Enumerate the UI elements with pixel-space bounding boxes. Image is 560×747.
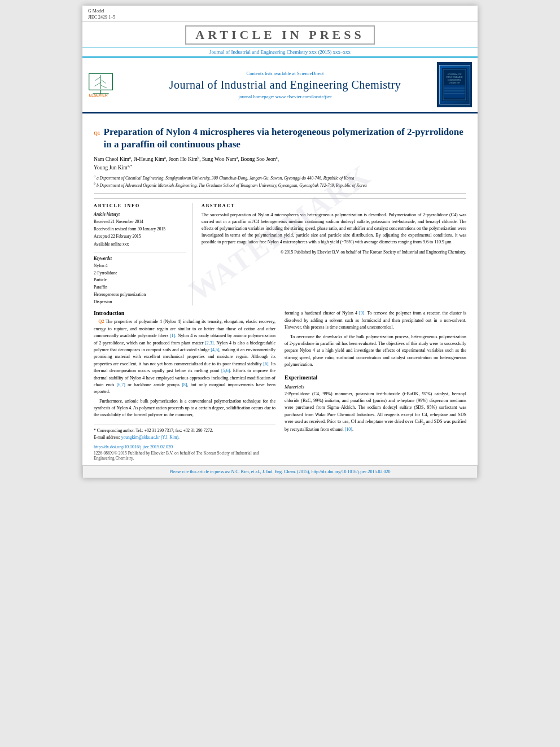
email-label: E-mail address: [94, 435, 120, 440]
footnote-area: * Corresponding author. Tel.: +82 31 290… [94, 425, 275, 441]
ref-45[interactable]: [4,5] [211, 347, 219, 352]
svg-text:ENGINEERING: ENGINEERING [448, 79, 462, 81]
abstract-copyright: © 2015 Published by Elsevier B.V. on beh… [202, 249, 466, 255]
abstract-title: ABSTRACT [202, 203, 466, 208]
ref-8[interactable]: [8] [182, 382, 187, 387]
journal-title-block: Contents lists available at ScienceDirec… [139, 71, 431, 99]
article-info-col: ARTICLE INFO Article history: Received 2… [94, 203, 193, 306]
cite-url[interactable]: http://dx.doi.org/10.1016/j.jiec.2015.02… [311, 469, 390, 474]
svg-text:INDUSTRIAL AND: INDUSTRIAL AND [447, 76, 463, 78]
page: WATERMARK G Model JIEC 2429 1–5 ARTICLE … [82, 6, 478, 478]
received-date: Received 21 November 2014 [94, 219, 186, 225]
intro-title: Introduction [94, 310, 275, 316]
keywords-section: Keywords: Nylon 4 2-Pyrrolidone Particle… [94, 252, 186, 306]
elsevier-logo: ELSEVIER [88, 71, 133, 98]
materials-title: Materials [285, 384, 466, 390]
journal-header: ELSEVIER Contents lists available at Sci… [82, 58, 478, 113]
main-content: Q1 Preparation of Nylon 4 microspheres v… [82, 113, 478, 465]
elsevier-logo-svg: ELSEVIER [88, 71, 130, 97]
keyword-1: Nylon 4 [94, 263, 186, 270]
article-history-label: Article history: [94, 212, 186, 217]
article-in-press-text: ARTICLE IN PRESS [185, 25, 374, 45]
ref-1[interactable]: [1] [170, 333, 175, 338]
svg-line-6 [95, 82, 101, 86]
svg-text:ELSEVIER: ELSEVIER [89, 93, 108, 97]
right-para-2: To overcome the drawbacks of the bulk po… [285, 334, 466, 369]
q1-badge: Q1 [94, 130, 100, 136]
footer-copyright: 1226-086X/© 2015 Published by Elsevier B… [94, 451, 275, 461]
svg-text:CHEMISTRY: CHEMISTRY [449, 82, 461, 84]
body-left-col: Introduction Q2 The properties of polyam… [94, 310, 275, 460]
g-model-label: G Model [88, 8, 115, 14]
intro-paragraph-1: Q2 The properties of polyamide 4 (Nylon … [94, 318, 275, 395]
experimental-title: Experimental [285, 374, 466, 381]
q2-badge: Q2 [98, 319, 104, 324]
article-info-title: ARTICLE INFO [94, 203, 186, 208]
journal-homepage: journal homepage: www.elsevier.com/locat… [139, 94, 431, 99]
article-title-section: Q1 Preparation of Nylon 4 microspheres v… [94, 118, 466, 194]
article-in-press-bar: ARTICLE IN PRESS [82, 22, 478, 47]
homepage-label: journal homepage: [238, 94, 274, 99]
abstract-col: ABSTRACT The successful preparation of N… [202, 203, 466, 306]
keywords-list: Nylon 4 2-Pyrrolidone Particle Paraffin … [94, 263, 186, 306]
ref-6a[interactable]: [6] [263, 361, 268, 366]
cite-bar: Please cite this article in press as: N.… [82, 465, 478, 478]
keyword-5: Heterogeneous polymerization [94, 291, 186, 299]
svg-line-5 [101, 80, 106, 84]
affiliation-b: b b Department of Advanced Organic Mater… [94, 181, 466, 189]
svg-line-7 [101, 85, 107, 88]
materials-text: 2-Pyrrolidone (C4, 99%) monomer, potassi… [285, 391, 466, 434]
cover-svg: JOURNAL OF INDUSTRIAL AND ENGINEERING CH… [442, 68, 467, 101]
email-address[interactable]: youngkim@skku.ac.kr (Y.J. Kim). [121, 435, 180, 440]
svg-rect-15 [444, 85, 465, 98]
keyword-6: Dispersion [94, 299, 186, 306]
ref-10[interactable]: [10] [345, 427, 352, 432]
corresponding-author: * Corresponding author. Tel.: +82 31 290… [94, 427, 275, 434]
sciencedirect-link[interactable]: ScienceDirect [297, 71, 324, 76]
contents-label: Contents lists available at [247, 71, 296, 76]
top-bar-info: G Model JIEC 2429 1–5 [88, 8, 115, 20]
svg-line-4 [95, 77, 101, 81]
body-right-col: forming a hardened cluster of Nylon 4 [9… [285, 310, 466, 460]
journal-subtitle: Journal of Industrial and Engineering Ch… [82, 47, 478, 58]
keywords-label: Keywords: [94, 256, 186, 261]
jiec-label: JIEC 2429 1–5 [88, 14, 115, 20]
ref-67[interactable]: [6,7] [117, 382, 125, 387]
info-abstract-section: ARTICLE INFO Article history: Received 2… [94, 198, 466, 306]
body-two-col: Introduction Q2 The properties of polyam… [94, 310, 466, 460]
homepage-url[interactable]: www.elsevier.com/locate/jiec [275, 94, 332, 99]
body-section: Introduction Q2 The properties of polyam… [94, 305, 466, 460]
email-line: E-mail address: youngkim@skku.ac.kr (Y.J… [94, 434, 275, 441]
journal-cover-image: JOURNAL OF INDUSTRIAL AND ENGINEERING CH… [437, 62, 472, 107]
cite-text: Please cite this article in press as: N.… [169, 469, 310, 474]
affiliations-block: a a Department of Chemical Engineering, … [94, 174, 466, 189]
journal-main-title: Journal of Industrial and Engineering Ch… [139, 78, 431, 91]
journal-cover-inner: JOURNAL OF INDUSTRIAL AND ENGINEERING CH… [439, 65, 470, 104]
contents-line: Contents lists available at ScienceDirec… [139, 71, 431, 76]
intro-paragraph-2: Furthermore, anionic bulk polymerization… [94, 398, 275, 419]
ref-56[interactable]: [5,6] [221, 368, 230, 373]
right-para-1: forming a hardened cluster of Nylon 4 [9… [285, 310, 466, 331]
keyword-2: 2-Pyrrolidone [94, 270, 186, 277]
revised-date: Received in revised form 30 January 2015 [94, 226, 186, 232]
abstract-text: The successful preparation of Nylon 4 mi… [202, 212, 466, 246]
doi-line[interactable]: http://dx.doi.org/10.1016/j.jiec.2015.02… [94, 444, 275, 449]
ref-23[interactable]: [2,3] [205, 340, 213, 346]
keyword-4: Paraffin [94, 284, 186, 291]
top-bar: G Model JIEC 2429 1–5 [82, 6, 478, 22]
svg-text:JOURNAL OF: JOURNAL OF [447, 73, 462, 76]
authors-line: Nam Cheol Kima, Ji-Heung Kima, Joon Ho K… [94, 155, 466, 172]
keyword-3: Particle [94, 277, 186, 284]
article-title: Preparation of Nylon 4 microspheres via … [104, 126, 466, 151]
ref-9[interactable]: [9] [359, 311, 364, 316]
affiliation-a: a a Department of Chemical Engineering, … [94, 174, 466, 181]
online-date: Available online xxx [94, 241, 186, 247]
accepted-date: Accepted 22 February 2015 [94, 233, 186, 239]
